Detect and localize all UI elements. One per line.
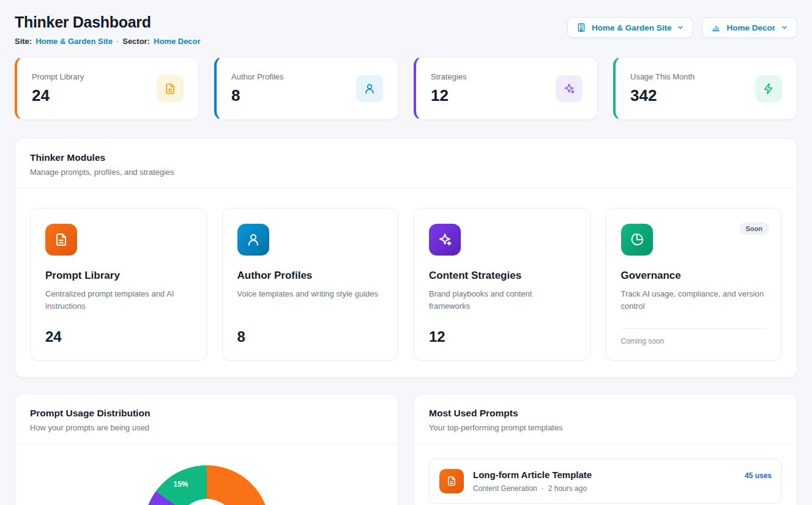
usage-panel-title: Prompt Usage Distribution (30, 408, 383, 419)
person-icon (356, 75, 383, 102)
prompts-panel-header: Most Used Prompts Your top-performing pr… (414, 394, 797, 444)
coming-soon-note: Coming soon (621, 328, 767, 345)
stat-label: Author Profiles (231, 72, 283, 81)
stat-card-author-profiles: Author Profiles 8 (214, 57, 398, 120)
building-icon (576, 23, 586, 32)
module-title: Content Strategies (429, 270, 575, 282)
module-card-governance[interactable]: Soon Governance Track AI usage, complian… (606, 208, 783, 361)
prompt-meta: Content Generation · 2 hours ago (473, 484, 736, 493)
prompts-panel-subtitle: Your top-performing prompt templates (429, 423, 782, 432)
header-left: Thinker Dashboard Site: Home & Garden Si… (15, 13, 201, 46)
stat-value: 8 (231, 86, 283, 105)
site-link[interactable]: Home & Garden Site (35, 37, 113, 46)
stat-label: Strategies (431, 72, 467, 81)
chevron-down-icon (781, 24, 788, 31)
sector-link[interactable]: Home Decor (154, 37, 201, 46)
prompt-list-item[interactable]: Long-form Article Template Content Gener… (429, 459, 782, 504)
prompt-list: Long-form Article Template Content Gener… (414, 444, 797, 505)
breadcrumb: Site: Home & Garden Site · Sector: Home … (15, 37, 201, 46)
topbar: Thinker Dashboard Site: Home & Garden Si… (15, 13, 797, 46)
soon-badge: Soon (739, 223, 770, 235)
module-description: Track AI usage, compliance, and version … (621, 288, 767, 312)
prompt-category: Content Generation (473, 484, 537, 493)
document-icon (439, 469, 464, 493)
breadcrumb-separator: · (116, 37, 119, 46)
usage-distribution-panel: Prompt Usage Distribution How your promp… (15, 394, 398, 505)
modules-panel-subtitle: Manage prompts, profiles, and strategies (30, 168, 782, 177)
meta-separator: · (542, 484, 544, 493)
modules-grid: Prompt Library Centralized prompt templa… (15, 188, 797, 377)
stat-value: 24 (32, 86, 84, 105)
prompts-panel-title: Most Used Prompts (429, 408, 782, 419)
chart-area: 15% (15, 444, 398, 505)
stat-info: Strategies 12 (431, 72, 467, 105)
module-card-author-profiles[interactable]: Author Profiles Voice templates and writ… (222, 208, 399, 361)
module-count: 8 (237, 328, 384, 345)
module-count: 12 (429, 328, 575, 345)
site-selector-label: Home & Garden Site (592, 23, 672, 32)
prompt-uses-badge: 45 uses (745, 471, 772, 480)
sector-selector-label: Home Decor (726, 23, 775, 32)
module-description: Voice templates and writing style guides (237, 288, 384, 300)
prompt-time: 2 hours ago (548, 484, 587, 493)
module-title: Governance (621, 270, 767, 282)
donut-percent-label: 15% (171, 480, 192, 488)
page-title: Thinker Dashboard (15, 13, 201, 31)
prompt-text: Long-form Article Template Content Gener… (473, 470, 736, 493)
site-selector-dropdown[interactable]: Home & Garden Site (567, 17, 694, 38)
module-description: Brand playbooks and content frameworks (429, 288, 575, 312)
module-card-content-strategies[interactable]: Content Strategies Brand playbooks and c… (414, 208, 590, 361)
stat-label: Prompt Library (32, 72, 84, 81)
prompt-title: Long-form Article Template (473, 470, 736, 480)
module-title: Prompt Library (45, 270, 192, 282)
sector-label: Sector: (122, 37, 150, 46)
document-icon (45, 224, 77, 256)
most-used-prompts-panel: Most Used Prompts Your top-performing pr… (414, 394, 797, 505)
chevron-down-icon (677, 24, 684, 31)
header-actions: Home & Garden Site Home Decor (567, 13, 797, 38)
lightning-icon (755, 75, 782, 102)
usage-panel-subtitle: How your prompts are being used (30, 423, 383, 432)
stat-value: 12 (431, 86, 467, 105)
person-icon (237, 224, 269, 256)
stat-card-strategies: Strategies 12 (414, 57, 598, 120)
stat-card-usage: Usage This Month 342 (613, 57, 797, 120)
module-description: Centralized prompt templates and AI inst… (45, 288, 192, 312)
module-card-prompt-library[interactable]: Prompt Library Centralized prompt templa… (30, 208, 207, 361)
sparkle-star-icon (556, 75, 583, 102)
pie-chart-icon (621, 224, 653, 256)
stat-info: Prompt Library 24 (32, 72, 84, 105)
stat-info: Author Profiles 8 (231, 72, 283, 105)
thinker-modules-panel: Thinker Modules Manage prompts, profiles… (15, 138, 797, 378)
stat-label: Usage This Month (630, 72, 695, 81)
bottom-row: Prompt Usage Distribution How your promp… (15, 394, 797, 505)
site-label: Site: (15, 37, 32, 46)
dashboard-page: Thinker Dashboard Site: Home & Garden Si… (0, 0, 812, 505)
stat-card-prompt-library: Prompt Library 24 (15, 57, 199, 120)
module-count: 24 (45, 328, 192, 345)
module-title: Author Profiles (237, 270, 384, 282)
sector-selector-dropdown[interactable]: Home Decor (702, 17, 797, 38)
stats-row: Prompt Library 24 Author Profiles 8 Stra… (15, 57, 797, 120)
usage-donut: 15% (144, 465, 270, 505)
modules-panel-header: Thinker Modules Manage prompts, profiles… (15, 139, 797, 188)
sparkle-star-icon (429, 224, 461, 256)
bar-chart-icon (711, 23, 721, 32)
stat-value: 342 (630, 86, 695, 105)
document-icon (157, 75, 184, 102)
modules-panel-title: Thinker Modules (30, 152, 782, 163)
usage-panel-header: Prompt Usage Distribution How your promp… (15, 394, 398, 444)
stat-info: Usage This Month 342 (630, 72, 695, 105)
